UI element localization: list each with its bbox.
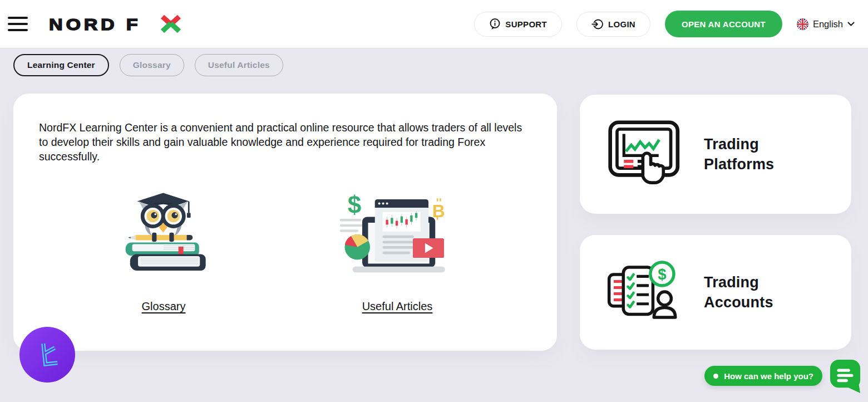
bitcoin-icon: B	[432, 198, 445, 220]
trading-accounts-icon: $	[607, 259, 686, 326]
help-message-pill[interactable]: How can we help you?	[704, 366, 822, 386]
useful-articles-link[interactable]: Useful Articles	[362, 300, 433, 313]
owl-books-graphic	[114, 180, 213, 291]
tab-glossary[interactable]: Glossary	[120, 54, 184, 76]
useful-articles-column: $ B	[280, 177, 514, 313]
login-label: LOGIN	[608, 19, 635, 29]
support-button[interactable]: SUPPORT	[474, 12, 562, 37]
open-account-label: OPEN AN ACCOUNT	[682, 19, 766, 29]
laptop-video-illustration[interactable]: $ B	[339, 177, 456, 291]
figures-row: Glossary $ B	[47, 177, 525, 313]
open-account-button[interactable]: OPEN AN ACCOUNT	[665, 11, 782, 37]
trading-accounts-card[interactable]: $ Trading Accounts	[580, 235, 851, 350]
tab-label: Learning Center	[27, 60, 95, 70]
glossary-link[interactable]: Glossary	[142, 300, 186, 313]
breadcrumb-tabs: Learning Center Glossary Useful Articles	[13, 54, 283, 76]
tab-useful-articles[interactable]: Useful Articles	[195, 54, 283, 76]
tab-label: Useful Articles	[208, 60, 270, 70]
login-button[interactable]: LOGIN	[576, 12, 650, 37]
pie-chart-icon	[345, 234, 371, 260]
language-selector[interactable]: English	[797, 18, 855, 30]
logo-x-icon	[162, 17, 179, 31]
support-label: SUPPORT	[505, 19, 547, 29]
brand-glyph-icon	[29, 337, 65, 372]
top-header: NORD F SUPPORT	[0, 0, 868, 48]
svg-text:B: B	[432, 201, 445, 221]
chat-launcher-button[interactable]	[829, 359, 861, 394]
hamburger-menu-icon[interactable]	[8, 13, 37, 35]
tab-label: Glossary	[133, 60, 171, 70]
logo-text: NORD F	[49, 15, 141, 34]
learning-center-description: NordFX Learning Center is a convenient a…	[39, 120, 529, 164]
trading-platforms-icon	[607, 119, 686, 190]
trading-accounts-title: Trading Accounts	[704, 272, 810, 312]
support-info-icon	[489, 18, 501, 30]
nordfx-logo[interactable]: NORD F	[49, 13, 181, 35]
dollar-sign-icon: $	[348, 191, 361, 218]
language-label: English	[813, 19, 843, 30]
trading-platforms-title: Trading Platforms	[704, 134, 810, 174]
learning-center-card: NordFX Learning Center is a convenient a…	[13, 94, 557, 351]
login-icon	[591, 18, 604, 30]
chat-widget-logo[interactable]	[19, 327, 75, 383]
status-dot	[713, 374, 718, 379]
glossary-column: Glossary	[47, 177, 280, 313]
chevron-down-icon	[847, 22, 855, 27]
help-message-text: How can we help you?	[724, 371, 813, 381]
laptop-video-graphic: $ B	[339, 189, 456, 276]
chat-bubble-icon	[829, 359, 861, 394]
nordfx-logo-graphic: NORD F	[49, 13, 181, 35]
tab-learning-center[interactable]: Learning Center	[13, 54, 109, 76]
owl-books-illustration[interactable]	[114, 177, 213, 291]
play-button-icon	[413, 238, 444, 258]
uk-flag-icon	[797, 18, 808, 30]
dollar-coin-icon: $	[658, 266, 666, 283]
trading-platforms-card[interactable]: Trading Platforms	[580, 95, 851, 214]
